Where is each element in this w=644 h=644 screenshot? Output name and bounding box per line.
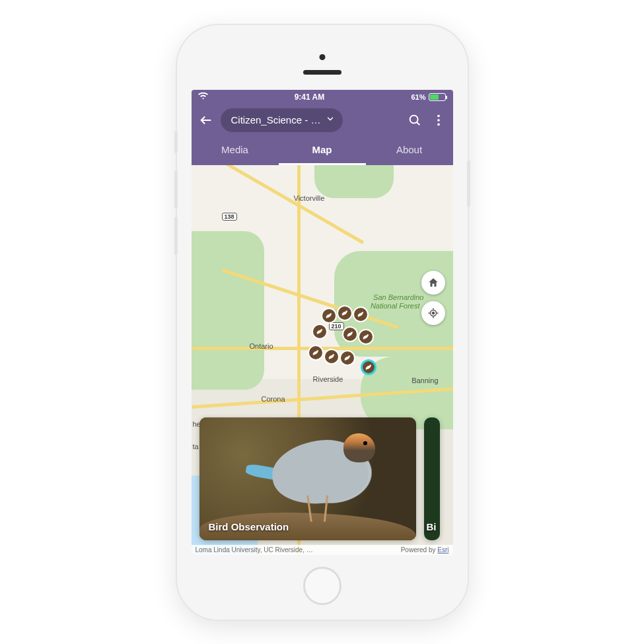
svg-point-6 xyxy=(432,312,434,314)
card-title: Bi xyxy=(427,521,437,532)
back-button[interactable] xyxy=(197,111,215,129)
phone-camera xyxy=(319,54,325,60)
place-label-riverside: Riverside xyxy=(313,375,343,383)
wifi-icon xyxy=(198,92,208,102)
phone-power-button xyxy=(467,161,470,207)
map-terrain xyxy=(314,165,394,198)
phone-mute-switch xyxy=(174,131,178,153)
card-title: Bird Observation xyxy=(209,521,289,532)
status-time: 9:41 AM xyxy=(295,92,325,102)
phone-volume-up xyxy=(174,170,178,209)
road-shield: 138 xyxy=(222,213,237,221)
battery-icon xyxy=(429,93,446,101)
home-extent-button[interactable] xyxy=(421,271,445,295)
place-label-ontario: Ontario xyxy=(250,342,273,350)
place-label-sbforest1: San Bernardino xyxy=(373,293,423,301)
chevron-down-icon xyxy=(326,114,335,126)
map-marker[interactable] xyxy=(342,326,358,342)
place-label-banning: Banning xyxy=(411,376,438,384)
svg-line-1 xyxy=(416,122,419,124)
map-marker[interactable] xyxy=(361,359,376,375)
place-label-sbforest2: National Forest xyxy=(371,302,420,310)
attribution-powered: Powered by Esri xyxy=(401,546,449,554)
layer-label: Citizen_Science - … xyxy=(231,114,321,125)
map-marker[interactable] xyxy=(353,306,369,322)
map-view[interactable]: 138 210 Victorville Ontario Riverside Co… xyxy=(192,165,453,555)
tab-bar: Media Map About xyxy=(192,136,453,165)
phone-home-button[interactable] xyxy=(303,567,341,605)
map-marker[interactable] xyxy=(337,305,353,321)
battery-pct: 61% xyxy=(411,93,425,101)
map-attribution: Loma Linda University, UC Riverside, … P… xyxy=(192,545,453,555)
map-marker[interactable] xyxy=(358,329,374,345)
screen: 9:41 AM 61% Citizen_Science - … xyxy=(192,90,453,555)
svg-point-2 xyxy=(437,114,440,117)
map-marker[interactable] xyxy=(324,349,340,365)
phone-volume-down xyxy=(174,217,178,255)
app-header: 9:41 AM 61% Citizen_Science - … xyxy=(192,90,453,165)
status-bar: 9:41 AM 61% xyxy=(192,90,453,104)
tab-about[interactable]: About xyxy=(366,136,453,165)
feature-card[interactable]: Bird Observation xyxy=(199,417,416,540)
svg-point-3 xyxy=(437,119,440,122)
phone-speaker xyxy=(303,70,341,75)
more-button[interactable] xyxy=(429,111,448,129)
place-label-victorville: Victorville xyxy=(294,194,325,202)
map-marker[interactable] xyxy=(308,345,324,361)
place-label-corona: Corona xyxy=(262,395,285,403)
locate-button[interactable] xyxy=(421,301,445,325)
tab-media[interactable]: Media xyxy=(192,136,279,165)
attribution-sources: Loma Linda University, UC Riverside, … xyxy=(196,546,313,554)
feature-card-next[interactable]: Bi xyxy=(424,417,440,540)
phone-frame: 9:41 AM 61% Citizen_Science - … xyxy=(177,25,468,620)
tab-map[interactable]: Map xyxy=(279,136,366,165)
map-marker[interactable] xyxy=(340,350,355,366)
toolbar: Citizen_Science - … xyxy=(192,104,453,136)
esri-link[interactable]: Esri xyxy=(437,546,448,554)
layer-selector[interactable]: Citizen_Science - … xyxy=(221,108,343,132)
battery-fill xyxy=(430,94,439,100)
map-marker[interactable] xyxy=(312,324,328,340)
svg-point-4 xyxy=(437,123,440,125)
svg-point-0 xyxy=(410,115,417,123)
feature-card-strip[interactable]: Bird Observation Bi xyxy=(199,417,440,540)
search-button[interactable] xyxy=(406,111,424,129)
map-marker[interactable] xyxy=(321,308,337,324)
map-terrain xyxy=(192,231,264,390)
